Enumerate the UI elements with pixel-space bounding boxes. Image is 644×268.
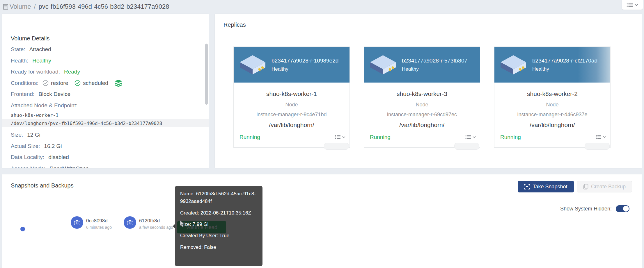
ready-for-workload-label: Ready for workload:	[11, 69, 60, 75]
replica-instance-manager: instance-manager-r-9c4e71bd	[234, 112, 350, 118]
check-circle-gray-icon	[42, 80, 49, 86]
replica-name: b234177a9028-r-573fb807	[402, 58, 467, 64]
attached-node-endpoint-label: Attached Node & Endpoint:	[11, 102, 77, 109]
condition-scheduled-label: scheduled	[83, 80, 108, 86]
data-locality-value: disabled	[48, 154, 69, 160]
create-backup-button[interactable]: Create Backup	[577, 181, 632, 192]
snapshot-node[interactable]: 0cc8098d 6 minutes ago	[71, 216, 112, 230]
replica-card-header: b234177a9028-r-573fb807 Healthy	[364, 47, 480, 83]
access-mode-row: Access Mode: ReadWriteOnce	[11, 163, 201, 168]
replica-status: Running	[239, 134, 260, 140]
access-mode-label: Access Mode:	[11, 165, 45, 168]
divider	[2, 198, 642, 198]
snapshot-name: 0cc8098d	[86, 218, 112, 224]
replica-card-header: b234177a9028-r-10989e2d Healthy	[234, 47, 350, 83]
tooltip-removed: Removed: False	[180, 244, 257, 251]
unordered-list-icon	[596, 135, 602, 139]
data-locality-row: Data Locality: disabled	[11, 152, 201, 163]
replica-card-body: shuo-k8s-worker-2 Node instance-manager-…	[494, 90, 610, 128]
unordered-list-icon	[627, 2, 633, 8]
ready-for-workload-value: Ready	[64, 69, 80, 75]
chevron-down-icon	[603, 136, 606, 138]
health-value: Healthy	[32, 58, 51, 64]
check-circle-green-icon	[74, 80, 81, 86]
replica-instance-manager: instance-manager-r-d46c937e	[494, 112, 610, 118]
state-label: State:	[11, 46, 25, 53]
replica-card-header: b234177a9028-r-cf2170ad Healthy	[494, 47, 610, 83]
chevron-down-icon	[473, 136, 476, 138]
replica-node-name: shuo-k8s-worker-3	[364, 90, 480, 97]
breadcrumb-volume-link[interactable]: Volume	[10, 3, 31, 10]
replica-name: b234177a9028-r-cf2170ad	[532, 58, 597, 64]
replica-actions-dropdown-button[interactable]	[335, 135, 345, 139]
camera-icon	[124, 216, 136, 229]
replica-status: Running	[500, 134, 521, 140]
actual-size-label: Actual Size:	[11, 143, 40, 149]
volume-details-panel: Volume Details State: Attached Health: H…	[2, 14, 209, 168]
tooltip-created: Created: 2022-06-21T10:35:16Z	[180, 209, 257, 217]
breadcrumb-separator: /	[34, 3, 36, 10]
replica-data-path: /var/lib/longhorn/	[494, 122, 610, 128]
replica-cards: b234177a9028-r-10989e2d Healthy shuo-k8s…	[233, 47, 611, 148]
replica-health: Healthy	[532, 66, 597, 72]
replica-data-path: /var/lib/longhorn/	[234, 122, 350, 128]
size-value: 12 Gi	[27, 132, 40, 138]
replica-health: Healthy	[402, 66, 467, 72]
size-row: Size: 12 Gi	[11, 129, 201, 141]
volume-details-scrollbar[interactable]	[205, 44, 208, 105]
attached-node-value: shuo-k8s-worker-1	[11, 111, 201, 119]
replica-card-footer: Running	[494, 131, 610, 147]
snapshot-time: a few seconds ago	[139, 225, 173, 230]
conditions-row: Conditions: restore scheduled	[11, 78, 201, 89]
replica-instance-manager: instance-manager-r-69cd97ec	[364, 112, 480, 118]
health-row: Health: Healthy	[11, 55, 201, 67]
health-label: Health:	[11, 58, 28, 64]
volume-details-list: State: Attached Health: Healthy Ready fo…	[11, 44, 201, 168]
attached-endpoint-value: /dev/longhorn/pvc-fb16f593-496d-4c56-b3d…	[11, 119, 201, 127]
snapshots-and-backups-panel: Snapshots and Backups Take Snapshot Crea…	[2, 174, 642, 268]
ready-for-workload-row: Ready for workload: Ready	[11, 66, 201, 78]
breadcrumb: Volume / pvc-fb16f593-496d-4c56-b3d2-b23…	[3, 2, 169, 12]
access-mode-value: ReadWriteOnce	[49, 165, 89, 168]
breadcrumb-volume-name: pvc-fb16f593-496d-4c56-b3d2-b234177a9028	[39, 3, 169, 10]
replica-node-name: shuo-k8s-worker-1	[234, 90, 350, 97]
chevron-down-icon	[342, 136, 345, 138]
disk-icon	[494, 54, 532, 76]
conditions-label: Conditions:	[11, 80, 38, 86]
replica-data-path: /var/lib/longhorn/	[364, 122, 480, 128]
replica-card: b234177a9028-r-cf2170ad Healthy shuo-k8s…	[494, 47, 611, 148]
replicas-panel: Replicas b234177a9028-r-10989e2d Healthy	[215, 14, 642, 168]
take-snapshot-button[interactable]: Take Snapshot	[518, 181, 574, 192]
backup-file-icon	[583, 184, 588, 190]
snapshot-node[interactable]: 6120fb8d a few seconds ago	[124, 216, 173, 230]
snapshot-scan-icon	[524, 184, 530, 190]
snapshot-time: 6 minutes ago	[86, 225, 112, 230]
unordered-list-icon	[335, 135, 341, 139]
replica-card-footer: Running	[234, 131, 350, 147]
tooltip-arrow	[173, 224, 175, 228]
node-label: Node	[494, 102, 610, 108]
volume-icon	[3, 4, 8, 10]
replica-card-body: shuo-k8s-worker-3 Node instance-manager-…	[364, 90, 480, 128]
unordered-list-icon	[465, 135, 471, 139]
replica-health: Healthy	[272, 66, 338, 72]
state-value: Attached	[29, 46, 51, 53]
replica-menu-ghost	[454, 143, 479, 150]
toggle-knob	[623, 206, 629, 212]
replica-name: b234177a9028-r-10989e2d	[272, 58, 338, 64]
condition-restore-label: restore	[51, 80, 68, 86]
volume-actions-dropdown-button[interactable]	[622, 0, 643, 10]
disk-icon	[234, 54, 272, 76]
replica-actions-dropdown-button[interactable]	[465, 135, 476, 139]
show-system-hidden-toggle[interactable]	[616, 205, 629, 212]
state-row: State: Attached	[11, 44, 201, 55]
replica-node-name: shuo-k8s-worker-2	[494, 90, 610, 97]
actual-size-row: Actual Size: 16.2 Gi	[11, 141, 201, 152]
tooltip-size: Size: 7.99 Gi	[180, 221, 257, 228]
replica-actions-dropdown-button[interactable]	[596, 135, 606, 139]
replica-status: Running	[370, 134, 391, 140]
create-backup-label: Create Backup	[591, 184, 626, 190]
frontend-label: Frontend:	[11, 91, 34, 97]
frontend-row: Frontend: Block Device	[11, 89, 201, 100]
show-system-hidden-label: Show System Hidden:	[560, 206, 612, 212]
